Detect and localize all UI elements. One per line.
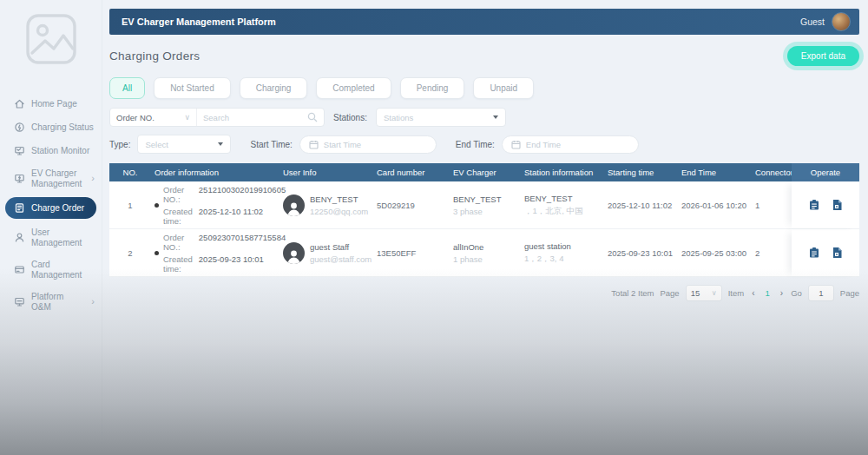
- total-count: Total 2 Item: [611, 288, 654, 298]
- sidebar-item-card-management[interactable]: Card Management ›: [0, 254, 102, 286]
- calendar-icon: [309, 140, 319, 149]
- table-row: 2 Order NO.: 2509230701587715584 Created…: [109, 229, 859, 277]
- cell-card-number: 5D029219: [368, 201, 444, 210]
- export-record-icon[interactable]: [832, 247, 843, 259]
- cell-station-info: guest station 1，2，3, 4: [516, 241, 599, 265]
- column-header-order-information: Order information: [151, 168, 274, 177]
- search-field-select[interactable]: Order NO. ∨: [110, 109, 197, 126]
- cell-starting-time: 2025-12-10 11:02: [599, 201, 673, 210]
- cell-end-time: 2025-09-25 03:00: [673, 248, 746, 258]
- sidebar-item-station-monitor[interactable]: Station Monitor ›: [0, 139, 102, 162]
- chevron-right-icon: ›: [91, 173, 96, 184]
- chevron-down-icon: ∨: [712, 289, 717, 297]
- column-header-no-: NO.: [109, 168, 151, 177]
- table-row: 1 Order NO.: 2512100302019910605 Created…: [109, 181, 859, 229]
- app-title: EV Charger Management Platform: [122, 16, 276, 27]
- user-avatar-icon: [283, 195, 305, 216]
- sidebar-item-charging-status[interactable]: Charging Status ›: [0, 115, 102, 139]
- type-label: Type:: [109, 140, 130, 149]
- order-detail-icon[interactable]: [808, 199, 820, 211]
- ev-charger-icon: [14, 173, 25, 184]
- sidebar-item-platform-o-m[interactable]: Platform O&M ›: [0, 286, 102, 318]
- sidebar-item-home-page[interactable]: Home Page ›: [0, 92, 102, 115]
- type-select[interactable]: Select: [137, 135, 231, 154]
- cell-starting-time: 2025-09-23 10:01: [599, 248, 673, 258]
- tab-pending[interactable]: Pending: [400, 77, 465, 99]
- caret-down-icon: [493, 115, 498, 119]
- column-header-ev-charger: EV Charger: [444, 168, 516, 177]
- avatar[interactable]: [832, 12, 851, 31]
- column-header-station-information: Station information: [516, 168, 599, 177]
- cell-order-info: Order NO.: 2509230701587715584 Created t…: [151, 233, 274, 274]
- cell-order-info: Order NO.: 2512100302019910605 Created t…: [151, 185, 274, 226]
- user-menu[interactable]: Guest: [800, 12, 851, 31]
- stations-label: Stations:: [333, 113, 367, 122]
- tab-all[interactable]: All: [109, 77, 145, 99]
- prev-page-button[interactable]: ‹: [750, 288, 756, 298]
- current-page[interactable]: 1: [762, 288, 772, 298]
- search-icon[interactable]: [301, 112, 324, 122]
- table-header-row: NO.Order informationUser InfoCard number…: [109, 163, 859, 181]
- cell-card-number: 13E50EFF: [368, 248, 444, 258]
- user-label: Guest: [800, 16, 825, 27]
- tab-unpaid[interactable]: Unpaid: [473, 77, 534, 99]
- cell-user-info: guest Staff guest@staff.com: [274, 242, 368, 264]
- cell-ev-charger: BENY_TEST 3 phase: [444, 195, 516, 216]
- cell-no: 1: [109, 201, 151, 210]
- user-icon: [14, 232, 25, 243]
- cell-connector: 1: [746, 201, 792, 210]
- chevron-right-icon: ›: [91, 296, 96, 307]
- top-bar: EV Charger Management Platform Guest: [109, 9, 859, 35]
- search-input[interactable]: [197, 113, 301, 122]
- tab-charging[interactable]: Charging: [240, 77, 308, 99]
- column-header-connector: Connector: [746, 168, 792, 177]
- home-icon: [14, 98, 25, 109]
- user-avatar-icon: [283, 242, 305, 264]
- tab-completed[interactable]: Completed: [316, 77, 391, 99]
- page-size-select[interactable]: 15 ∨: [686, 285, 722, 301]
- cell-connector: 2: [746, 248, 792, 258]
- status-dot-icon: [155, 251, 159, 255]
- end-time-input[interactable]: End Time: [502, 135, 639, 154]
- order-detail-icon[interactable]: [808, 247, 820, 259]
- end-time-label: End Time:: [456, 140, 495, 149]
- charging-status-icon: [14, 122, 25, 133]
- export-data-button[interactable]: Export data: [787, 46, 859, 66]
- cell-station-info: BENY_TEST ，1，北京, 中国: [516, 194, 599, 217]
- go-label: Go: [791, 288, 802, 298]
- item-label: Item: [728, 288, 744, 298]
- export-record-icon[interactable]: [832, 199, 843, 211]
- next-page-button[interactable]: ›: [779, 288, 785, 298]
- cell-operate: [792, 229, 859, 276]
- search-combo: Order NO. ∨: [109, 108, 325, 127]
- sidebar-item-user-management[interactable]: User Management ›: [0, 221, 102, 254]
- sidebar-item-ev-charger-management[interactable]: EV Charger Management ›: [0, 162, 102, 195]
- start-time-label: Start Time:: [250, 140, 292, 149]
- card-icon: [14, 264, 25, 275]
- column-header-user-info: User Info: [274, 168, 368, 177]
- column-header-operate: Operate: [792, 163, 859, 181]
- main-content: EV Charger Management Platform Guest Cha…: [109, 9, 859, 301]
- orders-table: NO.Order informationUser InfoCard number…: [109, 163, 859, 277]
- cell-user-info: BENY_TEST 12250@qq.com: [274, 195, 368, 216]
- pagination: Total 2 Item Page 15 ∨ Item ‹ 1 › Go Pag…: [109, 285, 859, 301]
- station-monitor-icon: [14, 145, 25, 156]
- cell-end-time: 2026-01-06 10:20: [673, 201, 746, 210]
- logo-placeholder-icon: [24, 12, 78, 66]
- tab-not-started[interactable]: Not Started: [154, 77, 231, 99]
- sidebar-item-charge-order[interactable]: Charge Order ›: [5, 197, 96, 219]
- cell-no: 2: [109, 248, 151, 258]
- sidebar-menu: Home Page › Charging Status › Station Mo…: [0, 92, 102, 318]
- sidebar: Home Page › Charging Status › Station Mo…: [0, 0, 102, 455]
- charge-order-icon: [14, 202, 25, 214]
- page-suffix: Page: [840, 288, 859, 298]
- stations-select[interactable]: Stations: [376, 108, 506, 127]
- start-time-input[interactable]: Start Time: [299, 135, 437, 154]
- go-page-input[interactable]: [808, 285, 834, 301]
- cell-ev-charger: allInOne 1 phase: [444, 242, 516, 264]
- column-header-starting-time: Starting time: [599, 168, 673, 177]
- calendar-icon: [511, 140, 521, 149]
- page-title: Charging Orders: [109, 49, 200, 63]
- page-label: Page: [660, 288, 679, 298]
- caret-down-icon: [218, 142, 223, 146]
